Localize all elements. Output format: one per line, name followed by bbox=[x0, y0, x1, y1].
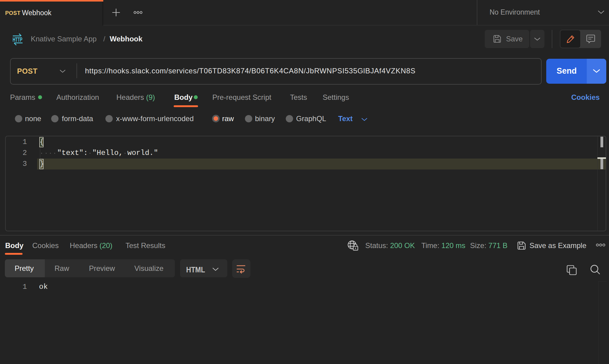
svg-text:HTTP: HTTP bbox=[13, 36, 23, 43]
